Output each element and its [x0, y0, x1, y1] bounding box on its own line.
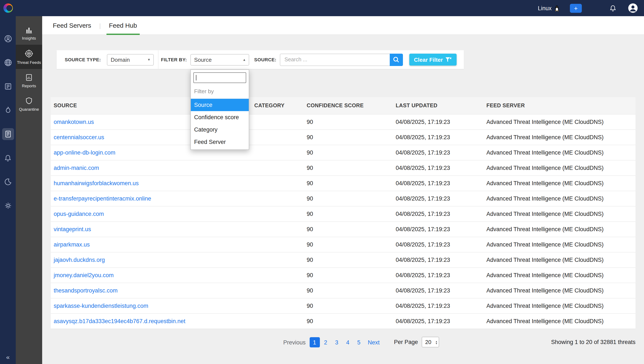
- tab-feed-hub[interactable]: Feed Hub: [108, 16, 138, 35]
- table-row: opus-guidance.com9004/08/2025, 17:19:23A…: [51, 206, 635, 222]
- account-icon[interactable]: [2, 33, 14, 45]
- add-button[interactable]: +: [570, 4, 582, 12]
- filter-option[interactable]: Feed Server: [191, 136, 249, 148]
- search-input[interactable]: [280, 54, 390, 66]
- column-header-confidence[interactable]: CONFIDENCE SCORE: [304, 102, 393, 108]
- cell-source[interactable]: jmoney.daniel2you.com: [51, 272, 251, 278]
- threat-feeds-server-icon[interactable]: [2, 128, 14, 140]
- os-label: Linux: [538, 5, 551, 11]
- pager: Previous 12345 Next: [283, 336, 380, 348]
- cell-feed-server: Advanced Threat Intelligence (ME CloudDN…: [483, 211, 635, 217]
- cell-source[interactable]: airparkmax.us: [51, 242, 251, 248]
- column-header-updated[interactable]: LAST UPDATED: [393, 102, 483, 108]
- cell-source[interactable]: app-online-db-login.com: [51, 150, 251, 156]
- page-button[interactable]: 4: [343, 337, 353, 348]
- cell-source[interactable]: jajaovh.duckdns.org: [51, 257, 251, 263]
- sidebar: Insights Threat Feeds Reports: [16, 16, 42, 364]
- sidebar-item-label: Insights: [22, 36, 36, 40]
- spinner-arrows-icon: ▴▾: [436, 340, 437, 344]
- source-type-value: Domain: [111, 56, 130, 63]
- filter-by-select[interactable]: Source ▴ Filter by SourceConfidence scor…: [190, 54, 249, 65]
- cell-source[interactable]: humanhairwigsforblackwomen.us: [51, 180, 251, 186]
- table-row: omankotown.us9004/08/2025, 17:19:23Advan…: [51, 114, 635, 130]
- page-button[interactable]: 3: [332, 337, 342, 348]
- sidebar-item-quarantine[interactable]: Quarantine: [16, 92, 42, 116]
- search-button[interactable]: [390, 54, 403, 66]
- pagination: Previous 12345 Next Per Page 20 ▴▾ Showi…: [51, 336, 635, 349]
- cell-feed-server: Advanced Threat Intelligence (ME CloudDN…: [483, 303, 635, 309]
- sidebar-item-label: Quarantine: [19, 107, 39, 112]
- cell-feed-server: Advanced Threat Intelligence (ME CloudDN…: [483, 180, 635, 186]
- cell-source[interactable]: sparkasse-kundendienstleistung.com: [51, 303, 251, 309]
- moon-icon[interactable]: [2, 176, 14, 188]
- cell-source[interactable]: e-transferpayrecipentinteracmix.online: [51, 196, 251, 202]
- notifications-bell-icon[interactable]: [609, 4, 617, 12]
- filter-option[interactable]: Source: [191, 98, 249, 111]
- cell-confidence-score: 90: [304, 165, 393, 171]
- next-button[interactable]: Next: [368, 339, 380, 346]
- cell-feed-server: Advanced Threat Intelligence (ME CloudDN…: [483, 318, 635, 324]
- per-page-select[interactable]: 20 ▴▾: [422, 337, 439, 348]
- column-header-category[interactable]: CATEGORY: [251, 102, 304, 108]
- page-button[interactable]: 5: [354, 337, 364, 348]
- linux-penguin-icon: [554, 5, 560, 12]
- cell-source[interactable]: admin-manic.com: [51, 165, 251, 171]
- filter-option[interactable]: Confidence score: [191, 111, 249, 123]
- page-button[interactable]: 1: [309, 337, 320, 348]
- cell-source[interactable]: thesandsportroyalsc.com: [51, 287, 251, 294]
- previous-button[interactable]: Previous: [283, 339, 306, 346]
- cell-confidence-score: 90: [304, 211, 393, 217]
- cell-source[interactable]: opus-guidance.com: [51, 211, 251, 217]
- topbar: Linux +: [0, 0, 644, 16]
- table-header: SOURCE CATEGORY CONFIDENCE SCORE LAST UP…: [51, 97, 635, 114]
- globe-dns-icon[interactable]: [2, 56, 14, 68]
- cell-last-updated: 04/08/2025, 17:19:23: [393, 272, 483, 278]
- cell-confidence-score: 90: [304, 287, 393, 294]
- shield-icon: [25, 97, 33, 105]
- chevron-down-icon: ▾: [148, 58, 150, 62]
- cell-feed-server: Advanced Threat Intelligence (ME CloudDN…: [483, 150, 635, 156]
- dropdown-search-input[interactable]: [193, 72, 246, 83]
- logs-icon[interactable]: [2, 80, 14, 92]
- source-type-select[interactable]: Domain ▾: [107, 54, 154, 65]
- sidebar-item-label: Threat Feeds: [17, 60, 41, 65]
- cell-feed-server: Advanced Threat Intelligence (ME CloudDN…: [483, 134, 635, 140]
- cell-source[interactable]: asavysqz.b17da333ec194ec4b767.d.requestb…: [51, 318, 251, 324]
- sidebar-item-reports[interactable]: Reports: [16, 69, 42, 92]
- cell-feed-server: Advanced Threat Intelligence (ME CloudDN…: [483, 272, 635, 278]
- table-row: humanhairwigsforblackwomen.us9004/08/202…: [51, 176, 635, 191]
- column-header-feed-server[interactable]: FEED SERVER: [483, 102, 635, 108]
- collapse-sidebar-button[interactable]: «: [0, 353, 16, 360]
- table-row: jajaovh.duckdns.org9004/08/2025, 17:19:2…: [51, 252, 635, 267]
- filter-divider: [158, 50, 159, 69]
- cell-feed-server: Advanced Threat Intelligence (ME CloudDN…: [483, 226, 635, 232]
- sidebar-item-threat-feeds[interactable]: Threat Feeds: [16, 45, 42, 69]
- sidebar-item-insights[interactable]: Insights: [16, 21, 42, 45]
- bullseye-target-icon: [24, 49, 34, 58]
- chevron-up-icon: ▴: [243, 58, 245, 62]
- settings-gear-icon[interactable]: [2, 200, 14, 212]
- cell-confidence-score: 90: [304, 150, 393, 156]
- alerts-bell-icon[interactable]: [2, 152, 14, 164]
- flame-icon[interactable]: [2, 104, 14, 116]
- cell-last-updated: 04/08/2025, 17:19:23: [393, 287, 483, 294]
- cell-confidence-score: 90: [304, 303, 393, 309]
- tab-label: Feed Hub: [109, 22, 137, 29]
- cell-last-updated: 04/08/2025, 17:19:23: [393, 318, 483, 324]
- cell-confidence-score: 90: [304, 226, 393, 232]
- table-row: e-transferpayrecipentinteracmix.online90…: [51, 191, 635, 206]
- filter-option[interactable]: Category: [191, 123, 249, 136]
- cell-source[interactable]: vintageprint.us: [51, 226, 251, 232]
- dropdown-hint: Filter by: [191, 85, 249, 98]
- clear-filter-button[interactable]: Clear Filter: [409, 54, 457, 66]
- table-body: omankotown.us9004/08/2025, 17:19:23Advan…: [51, 114, 635, 329]
- app-logo-icon[interactable]: [4, 4, 13, 13]
- tab-feed-servers[interactable]: Feed Servers: [52, 16, 92, 35]
- page-button[interactable]: 2: [321, 337, 331, 348]
- user-avatar[interactable]: [628, 3, 638, 13]
- source-type-label: SOURCE TYPE:: [65, 57, 101, 62]
- tab-separator: |: [99, 22, 101, 29]
- cell-last-updated: 04/08/2025, 17:19:23: [393, 180, 483, 186]
- cell-last-updated: 04/08/2025, 17:19:23: [393, 242, 483, 248]
- table-row: vintageprint.us9004/08/2025, 17:19:23Adv…: [51, 222, 635, 237]
